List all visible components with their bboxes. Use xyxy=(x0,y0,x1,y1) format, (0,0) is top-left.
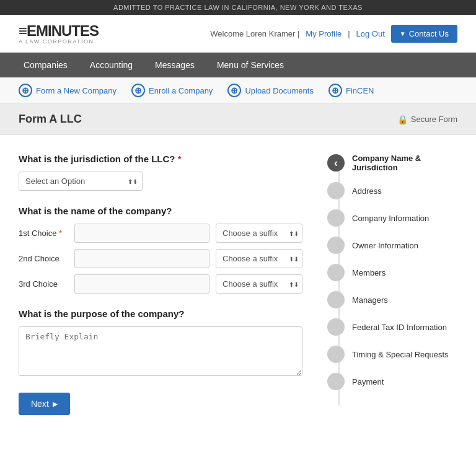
step-label-3: Company Information xyxy=(352,214,429,223)
step-label-1: Company Name & Jurisdiction xyxy=(352,154,457,172)
suffix-select-3rd[interactable]: Choose a suffix LLC L.L.C. xyxy=(216,274,302,294)
name-input-3rd[interactable] xyxy=(74,274,209,294)
suffix-select-wrapper-2nd: Choose a suffix LLC L.L.C. xyxy=(216,249,302,268)
logout-link[interactable]: Log Out xyxy=(356,29,385,38)
jurisdiction-group: What is the jurisdiction of the LLC? * S… xyxy=(19,154,302,191)
name-row-2nd-label: 2nd Choice xyxy=(19,254,68,263)
jurisdiction-question: What is the jurisdiction of the LLC? * xyxy=(19,154,302,164)
sub-nav-form-new-company[interactable]: ⊕ Form a New Company xyxy=(19,84,117,97)
step-circle-3 xyxy=(327,209,345,227)
form-section: What is the jurisdiction of the LLC? * S… xyxy=(19,154,321,415)
fincen-icon: ⊕ xyxy=(328,84,342,97)
step-label-6: Managers xyxy=(352,295,388,305)
header: ≡EMINUTES A LAW CORPORATION Welcome Lore… xyxy=(0,15,476,53)
name-row-2nd: 2nd Choice Choose a suffix LLC L.L.C. xyxy=(19,249,302,268)
jurisdiction-select-wrapper: Select an Option California New York Tex… xyxy=(19,172,143,191)
step-label-4: Owner Information xyxy=(352,241,418,250)
jurisdiction-required-star: * xyxy=(178,154,182,164)
enroll-company-label: Enroll a Company xyxy=(149,86,213,95)
step-federal-tax-id[interactable]: Federal Tax ID Information xyxy=(327,318,457,336)
logo-e: ≡ xyxy=(19,22,27,39)
company-name-group: What is the name of the company? 1st Cho… xyxy=(19,206,302,294)
suffix-select-wrapper-3rd: Choose a suffix LLC L.L.C. xyxy=(216,274,302,294)
suffix-select-wrapper-1st: Choose a suffix LLC L.L.C. xyxy=(216,224,302,243)
step-payment[interactable]: Payment xyxy=(327,373,457,390)
purpose-group: What is the purpose of the company? xyxy=(19,308,302,378)
step-owner-information[interactable]: Owner Information xyxy=(327,237,457,254)
upload-documents-label: Upload Documents xyxy=(245,86,314,95)
step-address[interactable]: Address xyxy=(327,182,457,199)
top-banner: ADMITTED TO PRACTICE LAW IN CALIFORNIA, … xyxy=(0,0,476,15)
purpose-textarea[interactable] xyxy=(19,326,302,376)
upload-documents-icon: ⊕ xyxy=(227,84,241,97)
name-row-3rd-label: 3rd Choice xyxy=(19,279,68,289)
suffix-select-2nd[interactable]: Choose a suffix LLC L.L.C. xyxy=(216,249,302,268)
lock-icon: 🔒 xyxy=(397,115,408,124)
step-label-5: Members xyxy=(352,268,386,277)
step-circle-6 xyxy=(327,291,345,308)
company-name-question: What is the name of the company? xyxy=(19,206,302,216)
suffix-select-1st[interactable]: Choose a suffix LLC L.L.C. xyxy=(216,224,302,243)
nav-item-companies[interactable]: Companies xyxy=(12,53,79,77)
company-name-table: 1st Choice * Choose a suffix LLC L.L.C. xyxy=(19,224,302,294)
profile-link[interactable]: My Profile xyxy=(306,29,342,38)
page-title-bar: Form A LLC 🔒 Secure Form xyxy=(0,104,476,135)
step-company-information[interactable]: Company Information xyxy=(327,209,457,227)
nav-item-menu-of-services[interactable]: Menu of Services xyxy=(206,53,295,77)
jurisdiction-select[interactable]: Select an Option California New York Tex… xyxy=(19,172,143,191)
step-label-8: Timing & Special Requests xyxy=(352,350,449,359)
name-row-1st-label: 1st Choice * xyxy=(19,229,68,238)
sub-nav-fincen[interactable]: ⊕ FinCEN xyxy=(328,84,374,97)
sub-nav: ⊕ Form a New Company ⊕ Enroll a Company … xyxy=(0,77,476,104)
header-right: Welcome Loren Kramer | My Profile | Log … xyxy=(210,25,457,43)
nav-item-messages[interactable]: Messages xyxy=(144,53,206,77)
name-row-1st: 1st Choice * Choose a suffix LLC L.L.C. xyxy=(19,224,302,243)
fincen-label: FinCEN xyxy=(346,86,374,95)
step-circle-7 xyxy=(327,318,345,336)
page-title: Form A LLC xyxy=(19,113,82,126)
logo-sub: A LAW CORPORATION xyxy=(19,38,99,45)
secure-form-indicator: 🔒 Secure Form xyxy=(397,115,457,124)
step-circle-9 xyxy=(327,373,345,390)
step-timing-special-requests[interactable]: Timing & Special Requests xyxy=(327,346,457,363)
form-new-company-icon: ⊕ xyxy=(19,84,32,97)
step-circle-5 xyxy=(327,264,345,281)
step-company-name-jurisdiction[interactable]: Company Name & Jurisdiction xyxy=(327,154,457,172)
purpose-question: What is the purpose of the company? xyxy=(19,308,302,319)
name-input-2nd[interactable] xyxy=(74,249,209,268)
main-content: What is the jurisdiction of the LLC? * S… xyxy=(0,135,476,434)
secure-form-label: Secure Form xyxy=(411,115,457,124)
logo-text: ≡EMINUTES xyxy=(19,22,99,40)
step-label-2: Address xyxy=(352,186,382,196)
steps-sidebar: Company Name & Jurisdiction Address Comp… xyxy=(321,154,457,415)
welcome-text: Welcome Loren Kramer | xyxy=(210,29,299,38)
step-members[interactable]: Members xyxy=(327,264,457,281)
form-new-company-label: Form a New Company xyxy=(36,86,117,95)
name-input-1st[interactable] xyxy=(74,224,209,243)
sub-nav-upload-documents[interactable]: ⊕ Upload Documents xyxy=(227,84,314,97)
step-label-9: Payment xyxy=(352,377,384,386)
step-circle-4 xyxy=(327,237,345,254)
step-label-7: Federal Tax ID Information xyxy=(352,323,447,332)
name-row-3rd: 3rd Choice Choose a suffix LLC L.L.C. xyxy=(19,274,302,294)
first-choice-star: * xyxy=(59,229,62,238)
logo: ≡EMINUTES A LAW CORPORATION xyxy=(19,22,99,45)
enroll-company-icon: ⊕ xyxy=(131,84,145,97)
next-button[interactable]: Next xyxy=(19,393,70,415)
sub-nav-enroll-company[interactable]: ⊕ Enroll a Company xyxy=(131,84,213,97)
step-circle-8 xyxy=(327,346,345,363)
contact-button[interactable]: Contact Us xyxy=(391,25,457,43)
main-nav: Companies Accounting Messages Menu of Se… xyxy=(0,53,476,77)
step-managers[interactable]: Managers xyxy=(327,291,457,308)
nav-item-accounting[interactable]: Accounting xyxy=(79,53,144,77)
step-circle-1 xyxy=(327,154,345,172)
step-circle-2 xyxy=(327,182,345,199)
